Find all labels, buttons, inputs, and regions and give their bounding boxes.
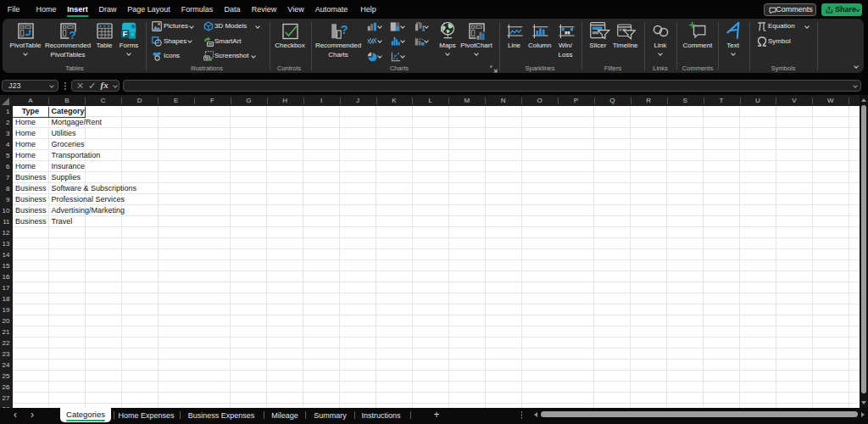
svg-text:?: ? (69, 28, 75, 41)
svg-text:?: ? (340, 23, 348, 36)
svg-text:F: F (122, 30, 127, 38)
